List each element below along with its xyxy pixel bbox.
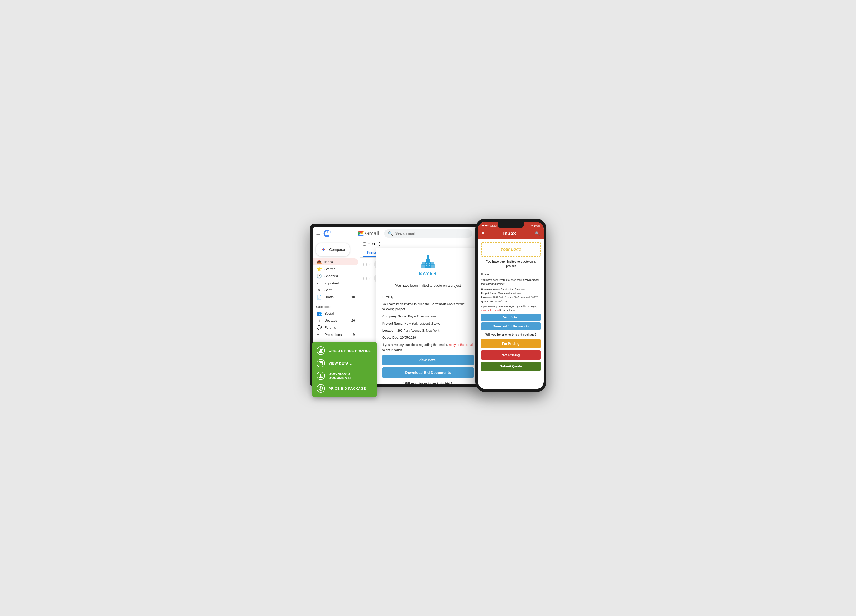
star-icon[interactable]: ☆ [369, 277, 372, 280]
checkbox-dropdown-icon[interactable]: ▾ [368, 243, 369, 246]
updates-icon: ℹ [317, 318, 322, 323]
gmail-title: Gmail [365, 230, 379, 237]
snoozed-label: Snoozed [325, 274, 338, 278]
sidebar-item-promotions[interactable]: 🏷 Promotions 5 [313, 331, 358, 338]
green-panel-item-create-profile[interactable]: CREATE FREE PROFILE [317, 346, 373, 355]
bayer-logo-svg [420, 254, 436, 269]
popup-intro: You have been invited to price the Formw… [382, 302, 474, 312]
email-checkbox[interactable] [363, 263, 367, 266]
svg-rect-18 [429, 265, 430, 266]
forums-icon: 💬 [317, 325, 322, 330]
popup-company: Company Name: Bayer Constructions [382, 314, 474, 319]
promotions-label: Promotions [325, 333, 342, 336]
bayer-logo-name: BAYER [382, 271, 474, 276]
download-icon [317, 372, 325, 380]
inbox-icon: 📥 [317, 260, 322, 264]
phone-search-icon[interactable]: 🔍 [535, 231, 540, 236]
send-icon: ➤ [317, 287, 322, 292]
refresh-icon[interactable]: ↻ [372, 241, 375, 246]
sidebar-item-updates[interactable]: ℹ Updates 26 [313, 317, 358, 324]
download-label: DOWNLOAD DOCUMENTS [329, 372, 373, 380]
compose-button[interactable]: Compose [316, 243, 349, 256]
gmail-m-icon [323, 229, 331, 238]
popup-location: Location: 292 Park Avenue S, New York [382, 328, 474, 333]
svg-rect-10 [428, 255, 428, 258]
sidebar-item-forums[interactable]: 💬 Forums [313, 324, 358, 331]
download-bid-documents-button[interactable]: Download Bid Documents [382, 367, 474, 378]
phone-logo-placeholder: Your Logo [481, 242, 540, 257]
phone-submit-quote-button[interactable]: Submit Quote [481, 362, 540, 371]
phone-questions: If you have any questions regarding the … [481, 305, 540, 312]
svg-rect-12 [422, 262, 425, 265]
search-input[interactable] [395, 231, 469, 235]
sidebar-item-snoozed[interactable]: 🕐 Snoozed [313, 272, 358, 280]
green-panel-item-download[interactable]: DOWNLOAD DOCUMENTS [317, 372, 373, 380]
view-detail-label: VIEW DETAIL [329, 361, 352, 365]
sidebar-item-starred[interactable]: ⭐ Starred [313, 266, 358, 272]
sidebar-item-inbox[interactable]: 📥 Inbox 1 [313, 258, 358, 266]
gmail-toolbar: ▾ ↻ ⋮ [360, 240, 480, 248]
updates-label: Updates [325, 318, 337, 323]
popup-questions: If you have any questions regarding the … [382, 343, 474, 352]
phone-menu-icon[interactable]: ≡ [482, 231, 485, 236]
phone-download-button[interactable]: Download Bid Documents [481, 323, 540, 330]
view-detail-button[interactable]: View Detail [382, 355, 474, 365]
scene: ☰ [310, 219, 546, 397]
compose-plus-icon [321, 247, 326, 253]
phone-location-field: Location: 1381 Pride Avenue, NYC, New Yo… [481, 296, 540, 300]
phone-not-pricing-button[interactable]: Not Pricing [481, 350, 540, 359]
categories-label: Categories [316, 305, 331, 309]
green-panel-item-view-detail[interactable]: VIEW DETAIL [317, 359, 373, 367]
inbox-label: Inbox [325, 260, 334, 264]
svg-rect-13 [431, 264, 434, 268]
popup-divider-2 [382, 291, 474, 292]
inbox-badge: 1 [353, 260, 355, 264]
m-logo-svg [357, 230, 364, 237]
email-popup: BAYER You have been invited to quote on … [376, 248, 480, 384]
sidebar-categories-header[interactable]: Categories [313, 304, 360, 310]
price-bid-label: PRICE BID PACKAGE [329, 387, 366, 390]
phone-quote-due-field: Quote Due: 29/03/2020 [481, 300, 540, 304]
green-panel-item-price-bid[interactable]: $ PRICE BID PACKAGE [317, 384, 373, 393]
forums-label: Forums [325, 326, 336, 330]
more-options-icon[interactable]: ⋮ [377, 241, 382, 246]
popup-greeting: Hi Alex, [382, 295, 474, 300]
label-icon: 🏷 [317, 281, 322, 286]
gmail-header: ☰ [313, 227, 480, 240]
hamburger-icon[interactable]: ☰ [316, 230, 320, 236]
reply-link[interactable]: reply to this email [449, 343, 474, 347]
drafts-icon: 📄 [317, 295, 322, 300]
svg-text:$: $ [320, 387, 322, 390]
phone-view-detail-button[interactable]: View Detail [481, 313, 540, 321]
drafts-label: Drafts [325, 295, 334, 299]
sidebar-item-sent[interactable]: ➤ Sent [313, 286, 358, 293]
select-all-checkbox[interactable] [363, 242, 366, 246]
svg-rect-14 [431, 262, 434, 265]
green-panel: CREATE FREE PROFILE VIEW DETAIL [313, 342, 377, 397]
bid-question-text: Will you be pricing this bid? [382, 382, 474, 384]
phone-email-body: Your Logo You have been invited to quote… [478, 239, 543, 389]
gmail-text-icon [332, 230, 356, 237]
star-icon: ⭐ [317, 266, 322, 272]
phone-project-field: Project Name: Residential Apartment [481, 292, 540, 295]
phone-im-pricing-button[interactable]: I'm Pricing [481, 339, 540, 348]
popup-project: Project Name: New York residential tower [382, 321, 474, 326]
phone-reply-link[interactable]: reply to this email [481, 309, 499, 312]
drafts-badge: 10 [351, 295, 355, 299]
phone-logo-text: Your Logo [485, 246, 536, 253]
phone-email-title: You have been invited to quote on a proj… [481, 260, 540, 270]
svg-rect-17 [426, 265, 427, 266]
promotions-icon: 🏷 [317, 332, 322, 337]
gmail-search-bar[interactable]: 🔍 [384, 229, 473, 238]
email-checkbox[interactable] [363, 277, 367, 280]
sidebar-item-drafts[interactable]: 📄 Drafts 10 [313, 293, 358, 301]
starred-label: Starred [325, 267, 336, 271]
create-profile-label: CREATE FREE PROFILE [329, 349, 371, 353]
sidebar-item-social[interactable]: 👥 Social [313, 310, 358, 317]
price-bid-icon: $ [317, 384, 325, 393]
phone-inbox-title: Inbox [485, 231, 535, 236]
phone-inbox-header: ≡ Inbox 🔍 [478, 229, 543, 239]
phone-notch [498, 222, 524, 228]
star-icon[interactable]: ☆ [369, 263, 372, 266]
sidebar-item-important[interactable]: 🏷 Important [313, 280, 358, 286]
